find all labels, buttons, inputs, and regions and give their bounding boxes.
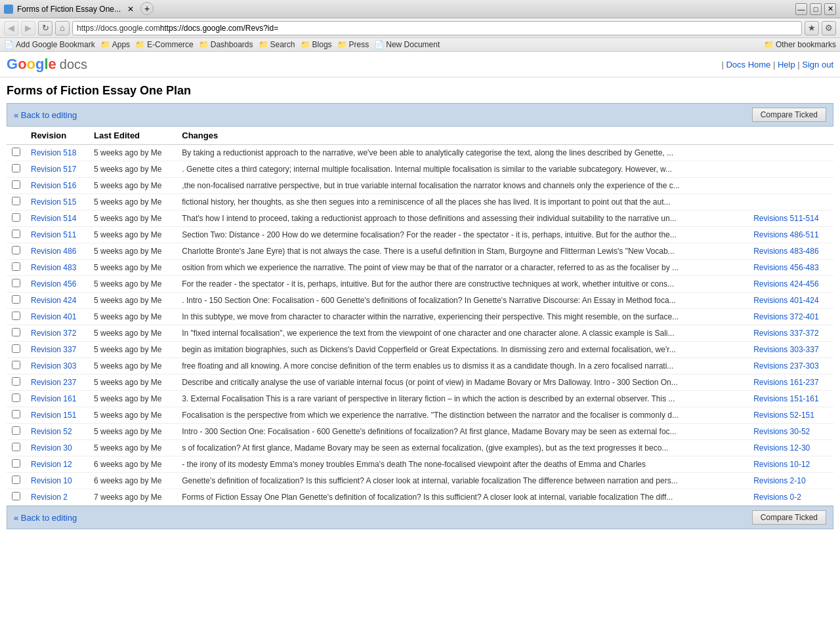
last-edited-col-header: Last Edited bbox=[89, 127, 177, 145]
star-button[interactable]: ★ bbox=[805, 21, 819, 35]
revision-range-link[interactable]: Revisions 511-514 bbox=[753, 214, 818, 223]
tab-close-icon[interactable]: ✕ bbox=[127, 5, 134, 14]
revision-changes-cell: ,the non-focalised narrative perspective… bbox=[177, 178, 748, 194]
bookmark-dashboards[interactable]: 📁 Dashboards bbox=[199, 40, 253, 49]
revision-link[interactable]: Revision 161 bbox=[31, 394, 76, 403]
table-row: Revision 483 5 weeks ago by Me osition f… bbox=[7, 260, 833, 276]
back-button[interactable]: ◀ bbox=[4, 21, 18, 35]
bookmark-press[interactable]: 📁 Press bbox=[337, 40, 369, 49]
bookmark-other[interactable]: 📁 Other bookmarks bbox=[764, 40, 836, 49]
close-button[interactable]: ✕ bbox=[824, 3, 836, 15]
back-to-editing-link-top[interactable]: « Back to editing bbox=[14, 110, 77, 120]
revision-link[interactable]: Revision 151 bbox=[31, 411, 76, 420]
revision-range-link[interactable]: Revisions 424-456 bbox=[753, 279, 818, 289]
revision-link[interactable]: Revision 2 bbox=[31, 493, 68, 502]
revision-checkbox[interactable] bbox=[12, 361, 20, 369]
revision-range-link[interactable]: Revisions 483-486 bbox=[753, 247, 818, 256]
revision-date-cell: 5 weeks ago by Me bbox=[89, 293, 177, 309]
revision-checkbox[interactable] bbox=[12, 148, 20, 156]
revision-range-link[interactable]: Revisions 10-12 bbox=[753, 460, 810, 469]
revision-link[interactable]: Revision 10 bbox=[31, 476, 72, 485]
revision-range-link[interactable]: Revisions 161-237 bbox=[753, 378, 818, 387]
revision-link[interactable]: Revision 515 bbox=[31, 197, 76, 207]
revision-link[interactable]: Revision 424 bbox=[31, 296, 76, 305]
maximize-button[interactable]: □ bbox=[810, 3, 822, 15]
revision-link[interactable]: Revision 486 bbox=[31, 247, 76, 256]
revision-checkbox[interactable] bbox=[12, 312, 20, 320]
revision-range-link[interactable]: Revisions 237-303 bbox=[753, 361, 818, 371]
back-to-editing-link-bottom[interactable]: « Back to editing bbox=[14, 513, 77, 523]
revision-link[interactable]: Revision 401 bbox=[31, 312, 76, 321]
new-tab-button[interactable]: + bbox=[140, 2, 154, 15]
compare-ticked-button-top[interactable]: Compare Ticked bbox=[752, 108, 826, 122]
tools-button[interactable]: ⚙ bbox=[822, 21, 836, 35]
revision-checkbox[interactable] bbox=[12, 344, 20, 353]
revision-link[interactable]: Revision 303 bbox=[31, 361, 76, 371]
revision-link[interactable]: Revision 12 bbox=[31, 460, 72, 469]
revision-checkbox[interactable] bbox=[12, 230, 20, 238]
revision-link[interactable]: Revision 518 bbox=[31, 148, 76, 157]
revision-checkbox[interactable] bbox=[12, 426, 20, 435]
revision-range-link[interactable]: Revisions 52-151 bbox=[753, 411, 814, 420]
revision-checkbox[interactable] bbox=[12, 246, 20, 254]
revision-range-link[interactable]: Revisions 30-52 bbox=[753, 427, 810, 436]
revision-link[interactable]: Revision 30 bbox=[31, 443, 72, 453]
revision-link-cell: Revision 518 bbox=[26, 145, 89, 161]
table-header-row: Revision Last Edited Changes bbox=[7, 127, 833, 145]
compare-ticked-button-bottom[interactable]: Compare Ticked bbox=[752, 510, 826, 525]
revision-range-link[interactable]: Revisions 486-511 bbox=[753, 230, 818, 239]
revision-checkbox[interactable] bbox=[12, 475, 20, 484]
minimize-button[interactable]: — bbox=[795, 3, 807, 15]
bookmark-search[interactable]: 📁 Search bbox=[259, 40, 295, 49]
home-button[interactable]: ⌂ bbox=[55, 21, 70, 35]
revision-checkbox[interactable] bbox=[12, 213, 20, 222]
revision-checkbox[interactable] bbox=[12, 279, 20, 287]
revision-link[interactable]: Revision 52 bbox=[31, 427, 72, 436]
revision-range-cell: Revisions 30-52 bbox=[748, 424, 833, 440]
revision-link[interactable]: Revision 483 bbox=[31, 263, 76, 272]
revision-link[interactable]: Revision 516 bbox=[31, 181, 76, 190]
revision-range-link[interactable]: Revisions 12-30 bbox=[753, 443, 810, 453]
revision-range-link[interactable]: Revisions 303-337 bbox=[753, 345, 818, 354]
address-bar[interactable]: https://docs.google.comhttps://docs.goog… bbox=[72, 21, 802, 35]
revision-checkbox[interactable] bbox=[12, 262, 20, 271]
revision-link[interactable]: Revision 514 bbox=[31, 214, 76, 223]
bookmark-new-document[interactable]: 📄 New Document bbox=[374, 40, 440, 49]
revision-link[interactable]: Revision 456 bbox=[31, 279, 76, 289]
help-link[interactable]: Help bbox=[778, 60, 795, 70]
bookmark-ecommerce[interactable]: 📁 E-Commerce bbox=[135, 40, 194, 49]
revision-link[interactable]: Revision 511 bbox=[31, 230, 76, 239]
docs-home-link[interactable]: Docs Home bbox=[726, 60, 770, 70]
row-checkbox-cell bbox=[7, 276, 26, 293]
revision-checkbox[interactable] bbox=[12, 197, 20, 205]
bookmark-add-google[interactable]: 📄 Add Google Bookmark bbox=[4, 40, 95, 49]
revision-checkbox[interactable] bbox=[12, 492, 20, 500]
revision-checkbox[interactable] bbox=[12, 180, 20, 189]
sign-out-link[interactable]: Sign out bbox=[802, 60, 833, 70]
revision-checkbox[interactable] bbox=[12, 164, 20, 172]
revision-checkbox[interactable] bbox=[12, 459, 20, 468]
revision-range-link[interactable]: Revisions 151-161 bbox=[753, 394, 818, 403]
table-row: Revision 515 5 weeks ago by Me fictional… bbox=[7, 194, 833, 211]
revision-link[interactable]: Revision 517 bbox=[31, 165, 76, 174]
titlebar: Forms of Fiction Essay One... ✕ + — □ ✕ bbox=[0, 0, 840, 18]
revision-checkbox[interactable] bbox=[12, 377, 20, 386]
revision-checkbox[interactable] bbox=[12, 410, 20, 418]
revision-link[interactable]: Revision 337 bbox=[31, 345, 76, 354]
bookmark-blogs[interactable]: 📁 Blogs bbox=[301, 40, 332, 49]
revision-checkbox[interactable] bbox=[12, 295, 20, 304]
revision-checkbox[interactable] bbox=[12, 394, 20, 402]
revision-range-link[interactable]: Revisions 456-483 bbox=[753, 263, 818, 272]
refresh-button[interactable]: ↻ bbox=[38, 21, 52, 35]
forward-button[interactable]: ▶ bbox=[21, 21, 35, 35]
revision-range-link[interactable]: Revisions 372-401 bbox=[753, 312, 818, 321]
revision-range-link[interactable]: Revisions 2-10 bbox=[753, 476, 805, 485]
revision-checkbox[interactable] bbox=[12, 328, 20, 336]
revision-link[interactable]: Revision 237 bbox=[31, 378, 76, 387]
revision-range-link[interactable]: Revisions 401-424 bbox=[753, 296, 818, 305]
revision-range-link[interactable]: Revisions 0-2 bbox=[753, 493, 801, 502]
bookmark-apps[interactable]: 📁 Apps bbox=[100, 40, 130, 49]
revision-range-link[interactable]: Revisions 337-372 bbox=[753, 329, 818, 338]
revision-checkbox[interactable] bbox=[12, 443, 20, 451]
revision-link[interactable]: Revision 372 bbox=[31, 329, 76, 338]
